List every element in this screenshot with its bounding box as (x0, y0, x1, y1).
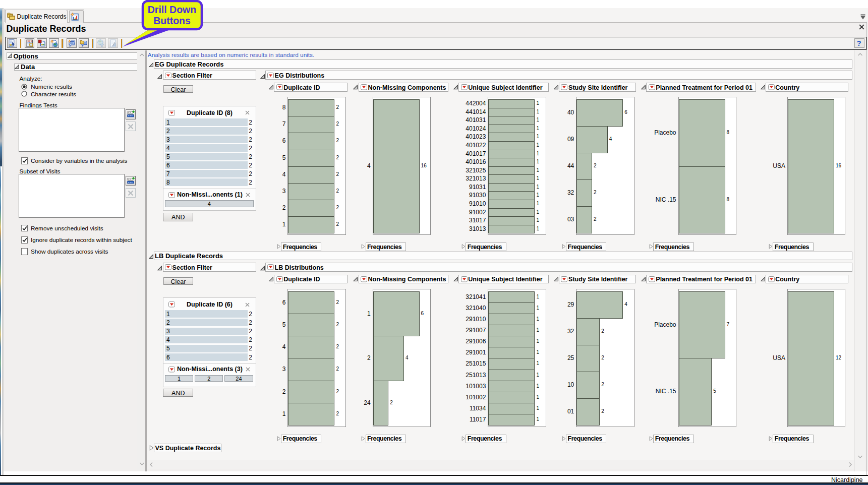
svg-text:Drill Down: Drill Down (148, 4, 196, 15)
svg-text:Buttons: Buttons (153, 15, 191, 26)
